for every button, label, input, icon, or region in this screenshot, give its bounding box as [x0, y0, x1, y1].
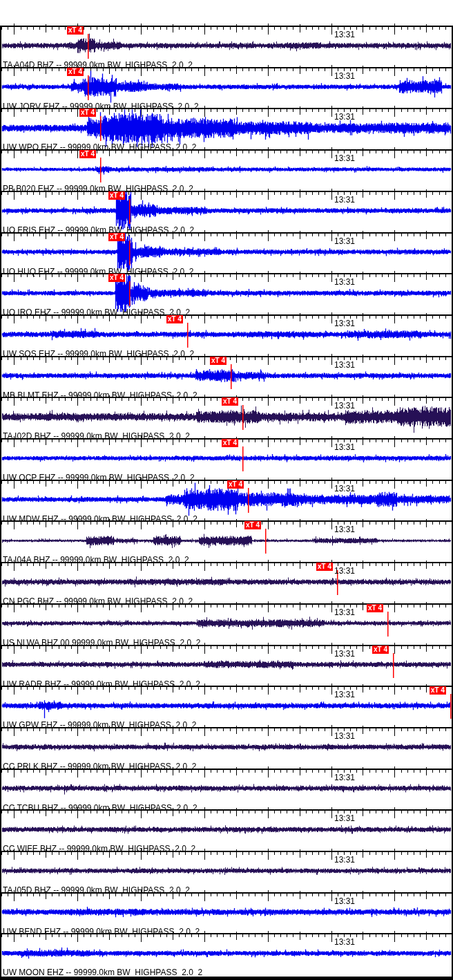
- minute-tick-label: 13:31: [334, 112, 355, 122]
- trace-row[interactable]: 13:31xT 4UO FRIS EHZ -- 99999.0km BW HIG…: [0, 191, 453, 232]
- pick-flag[interactable]: xT 4: [67, 26, 84, 35]
- pick-flag[interactable]: xT 4: [244, 521, 261, 529]
- minute-tick-label: 13:31: [334, 71, 355, 81]
- minute-tick-label: 13:31: [334, 195, 355, 205]
- minute-tick-label: 13:31: [334, 855, 355, 865]
- trace-row[interactable]: 13:31CC TCBU BHZ -- 99999.0km BW HIGHPAS…: [0, 769, 453, 810]
- minute-tick-label: 13:31: [334, 319, 355, 328]
- minute-tick-label: 13:31: [334, 153, 355, 163]
- minute-tick-label: 13:31: [334, 277, 355, 287]
- minute-tick-label: 13:31: [334, 442, 355, 452]
- trace-row[interactable]: 13:31xT 4UW MDW EHZ -- 99999.0km BW HIGH…: [0, 480, 453, 521]
- minute-tick-label: 13:31: [334, 525, 355, 534]
- trace-row[interactable]: 13:31xT 4UW OCP EHZ -- 99999.0km BW HIGH…: [0, 438, 453, 480]
- minute-tick-label: 13:31: [334, 360, 355, 370]
- station-label: UW OCP EHZ -- 99999.0km BW HIGHPASS 2.0 …: [3, 473, 195, 482]
- trace-row[interactable]: 13:31xT 4US NLWA BHZ 00 99999.0km BW HIG…: [0, 603, 453, 645]
- trace-row[interactable]: 13:31xT 4TA I04A BHZ -- 99999.0km BW HIG…: [0, 520, 453, 562]
- station-label: UW BEND EHZ -- 99999.0km BW HIGHPASS 2.0…: [3, 927, 200, 936]
- pick-flag[interactable]: xT 4: [367, 604, 383, 612]
- trace-row[interactable]: 13:31xT 4UW WPO EHZ -- 99999.0km BW HIGH…: [0, 108, 453, 149]
- pick-flag[interactable]: xT 4: [430, 686, 446, 695]
- pick-flag[interactable]: xT 4: [108, 191, 125, 200]
- station-label: US NLWA BHZ 00 99999.0km BW HIGHPASS 2.0…: [3, 638, 201, 648]
- pick-flag[interactable]: xT 4: [372, 646, 389, 654]
- pick-flag[interactable]: xT 4: [227, 480, 244, 489]
- station-label: UW SOS EHZ -- 99999.0km BW HIGHPASS 2.0 …: [3, 349, 194, 359]
- minute-tick-label: 13:31: [334, 690, 355, 699]
- station-label: MB BLMT EHZ -- 99999.0km BW HIGHPASS 2.0…: [3, 390, 197, 400]
- trace-row[interactable]: 13:31xT 4UW GPW EHZ -- 99999.0km BW HIGH…: [0, 686, 453, 727]
- station-label: UW MOON EHZ -- 99999.0km BW HIGHPASS 2.0…: [3, 968, 202, 977]
- station-label: TA I04A BHZ -- 99999.0km BW HIGHPASS 2.0…: [3, 555, 189, 565]
- pick-flag[interactable]: xT 4: [67, 68, 84, 76]
- pick-flag[interactable]: xT 4: [108, 274, 125, 282]
- trace-row[interactable]: 13:31xT 4UW JORV EHZ -- 99999.0km BW HIG…: [0, 67, 453, 109]
- trace-row[interactable]: 13:31CC PRLK BHZ -- 99999.0km BW HIGHPAS…: [0, 727, 453, 769]
- pick-flag[interactable]: xT 4: [79, 109, 96, 117]
- pick-flag[interactable]: xT 4: [222, 439, 238, 447]
- minute-tick-label: 13:31: [334, 607, 355, 617]
- minute-tick-label: 13:31: [334, 773, 355, 782]
- trace-row[interactable]: 13:31xT 4UO IRO EHZ -- 99999.0km BW HIGH…: [0, 273, 453, 314]
- minute-tick-label: 13:31: [334, 236, 355, 246]
- trace-row[interactable]: 13:31xT 4CN PGC BHZ -- 99999.0km BW HIGH…: [0, 562, 453, 603]
- pick-flag[interactable]: xT 4: [79, 150, 96, 158]
- seismogram-viewer: 60909206 UW Oct 24, 2014 13:30:28.00 48.…: [0, 0, 453, 980]
- station-label: TA I05D BHZ -- 99999.0km BW HIGHPASS 2.0…: [3, 885, 190, 895]
- station-label: UW RADR BHZ -- 99999.0km BW HIGHPASS 2.0…: [3, 679, 200, 689]
- trace-row[interactable]: 13:31UW BEND EHZ -- 99999.0km BW HIGHPAS…: [0, 892, 453, 934]
- trace-row[interactable]: 13:31xT 4PB B020 EHZ -- 99999.0km BW HIG…: [0, 149, 453, 191]
- station-label: UO HUQ EHZ -- 99999.0km BW HIGHPASS 2.0 …: [3, 267, 194, 276]
- minute-tick-label: 13:31: [334, 401, 355, 411]
- trace-row[interactable]: 13:31TA I05D BHZ -- 99999.0km BW HIGHPAS…: [0, 851, 453, 892]
- minute-tick-label: 13:31: [334, 649, 355, 659]
- pick-flag[interactable]: xT 4: [316, 563, 333, 571]
- trace-row[interactable]: 13:31xT 4MB BLMT EHZ -- 99999.0km BW HIG…: [0, 356, 453, 397]
- station-label: UW WPO EHZ -- 99999.0km BW HIGHPASS 2.0 …: [3, 142, 197, 152]
- pick-flag[interactable]: xT 4: [108, 233, 125, 241]
- station-label: UW JORV EHZ -- 99999.0km BW HIGHPASS 2.0…: [3, 102, 199, 111]
- station-label: CC TCBU BHZ -- 99999.0km BW HIGHPASS 2.0…: [3, 803, 197, 813]
- trace-row[interactable]: 13:31UW MOON EHZ -- 99999.0km BW HIGHPAS…: [0, 933, 453, 974]
- station-label: TA A04D BHZ -- 99999.0km BW HIGHPASS 2.0…: [3, 60, 193, 70]
- minute-tick-label: 13:31: [334, 896, 355, 906]
- trace-row[interactable]: 13:31xT 4UO HUQ EHZ -- 99999.0km BW HIGH…: [0, 232, 453, 274]
- minute-tick-label: 13:31: [334, 731, 355, 741]
- minute-tick-label: 13:31: [334, 937, 355, 947]
- station-label: CC WIFE BHZ -- 99999.0km BW HIGHPASS 2.0…: [3, 844, 195, 854]
- station-label: UW MDW EHZ -- 99999.0km BW HIGHPASS 2.0 …: [3, 514, 197, 524]
- trace-row[interactable]: 13:31xT 4UW SOS EHZ -- 99999.0km BW HIGH…: [0, 314, 453, 356]
- minute-tick-label: 13:31: [334, 484, 355, 493]
- trace-row[interactable]: 13:31xT 4TA I02D BHZ -- 99999.0km BW HIG…: [0, 397, 453, 438]
- pick-flag[interactable]: xT 4: [222, 397, 238, 406]
- minute-tick-label: 13:31: [334, 813, 355, 823]
- station-label: TA I02D BHZ -- 99999.0km BW HIGHPASS 2.0…: [3, 431, 190, 441]
- trace-row[interactable]: 13:31xT 4TA A04D BHZ -- 99999.0km BW HIG…: [0, 26, 453, 67]
- station-label: PB B020 EHZ -- 99999.0km BW HIGHPASS 2.0…: [3, 184, 193, 194]
- minute-tick-label: 13:31: [334, 30, 355, 39]
- pick-flag[interactable]: xT 4: [210, 357, 226, 365]
- station-label: UO IRO EHZ -- 99999.0km BW HIGHPASS 2.0 …: [3, 308, 190, 317]
- station-label: UW GPW EHZ -- 99999.0km BW HIGHPASS 2.0 …: [3, 720, 197, 730]
- station-label: CN PGC BHZ -- 99999.0km BW HIGHPASS 2.0 …: [3, 596, 193, 606]
- trace-row[interactable]: 13:31xT 4UW RADR BHZ -- 99999.0km BW HIG…: [0, 645, 453, 686]
- minute-tick-label: 13:31: [334, 566, 355, 576]
- station-label: UO FRIS EHZ -- 99999.0km BW HIGHPASS 2.0…: [3, 225, 194, 235]
- station-label: CC PRLK BHZ -- 99999.0km BW HIGHPASS 2.0…: [3, 762, 197, 771]
- pick-flag[interactable]: xT 4: [166, 315, 183, 323]
- trace-row[interactable]: 13:31CC WIFE BHZ -- 99999.0km BW HIGHPAS…: [0, 809, 453, 851]
